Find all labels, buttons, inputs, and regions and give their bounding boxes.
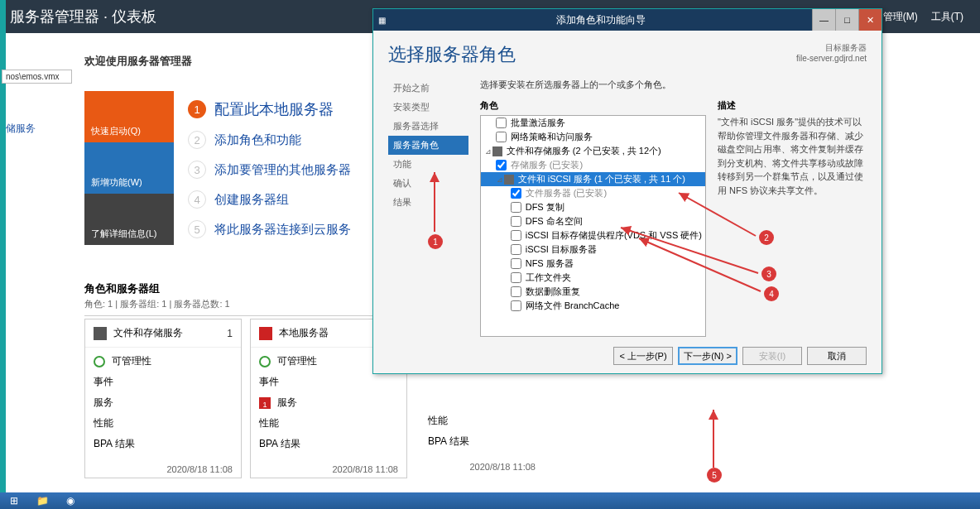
card1-r3: 服务 [94,396,113,410]
card2-r2: 事件 [259,375,279,389]
wizard-instruction: 选择要安装在所选服务器上的一个或多个角色。 [480,79,867,91]
tools-menu[interactable]: 工具(T) [931,10,963,24]
nav-type[interactable]: 安装类型 [388,98,468,117]
role-checkbox[interactable] [511,272,521,283]
dashboard-cards: 文件和存储服务1 可管理性 事件 服务 性能 BPA 结果 2020/8/18 … [84,319,407,478]
role-checkbox[interactable] [511,286,521,297]
explorer-icon[interactable]: 📁 [28,493,56,508]
role-checkbox[interactable] [511,230,521,241]
card1-r5: BPA 结果 [94,437,135,451]
role-checkbox[interactable] [496,118,507,128]
step4-num: 4 [188,190,206,209]
role-checkbox[interactable] [511,244,521,255]
card2-r4: 性能 [259,416,279,430]
card-file-storage[interactable]: 文件和存储服务1 可管理性 事件 服务 性能 BPA 结果 2020/8/18 … [84,319,242,478]
role-label: DFS 命名空间 [526,215,583,228]
role-row[interactable]: 批量激活服务 [481,116,705,130]
start-button[interactable]: ⊞ [0,493,28,508]
role-checkbox[interactable] [496,132,507,142]
maximize-button[interactable]: □ [835,9,858,31]
role-row[interactable]: 网络策略和访问服务 [481,130,705,144]
step5-num: 5 [188,220,206,238]
role-label: 工作文件夹 [526,271,571,284]
role-row[interactable]: 工作文件夹 [481,271,705,285]
card1-r1: 可管理性 [112,354,151,368]
wizard-titlebar[interactable]: ▦ 添加角色和功能向导 — □ ✕ [373,9,882,31]
taskbar[interactable]: ⊞ 📁 ◉ [0,492,980,509]
manage-menu[interactable]: 管理(M) [883,10,918,24]
role-label: 文件服务器 (已安装) [526,187,607,199]
close-button[interactable]: ✕ [858,9,882,31]
role-row[interactable]: DFS 命名空间 [481,214,705,228]
step1-num: 1 [188,100,206,118]
role-checkbox[interactable] [511,216,521,227]
role-label: 文件和 iSCSI 服务 (1 个已安装 , 共 11 个) [518,173,685,185]
role-checkbox[interactable] [496,160,507,170]
step3-label[interactable]: 添加要管理的其他服务器 [214,162,351,178]
nav-roles[interactable]: 服务器角色 [388,136,468,155]
role-checkbox[interactable] [511,202,521,213]
role-row[interactable]: ⊿文件和存储服务 (2 个已安装 , 共 12个) [481,144,705,158]
extra-date: 2020/8/18 11:08 [420,457,544,475]
whats-new-bar[interactable]: 新增功能(W) [84,142,174,194]
annotation-5: 5 [707,468,722,483]
role-label: iSCSI 目标存储提供程序(VDS 和 VSS 硬件) [526,229,702,242]
role-row[interactable]: DFS 复制 [481,200,705,214]
nav-confirm[interactable]: 确认 [388,174,468,193]
nav-select[interactable]: 服务器选择 [388,117,468,136]
wizard-nav: 开始之前 安装类型 服务器选择 服务器角色 功能 确认 结果 [388,79,468,337]
alert-icon: 1 [259,397,271,409]
role-label: 批量激活服务 [511,117,565,129]
chrome-icon[interactable]: ◉ [56,493,84,508]
prev-button[interactable]: < 上一步(P) [613,347,673,365]
role-row[interactable]: 数据删除重复 [481,285,705,299]
install-button[interactable]: 安装(I) [742,347,802,365]
nav-before[interactable]: 开始之前 [388,79,468,98]
role-row[interactable]: iSCSI 目标服务器 [481,242,705,257]
step1-label[interactable]: 配置此本地服务器 [214,99,334,119]
role-label: 文件和存储服务 (2 个已安装 , 共 12个) [507,145,661,157]
extra-r2: BPA 结果 [428,435,469,449]
wizard-icon: ▦ [373,16,390,25]
left-link[interactable]: 储服务 [6,122,36,136]
role-row[interactable]: 存储服务 (已安装) [481,158,705,172]
role-row[interactable]: 文件服务器 (已安装) [481,186,705,200]
role-checkbox[interactable] [511,258,521,269]
role-checkbox[interactable] [511,188,521,199]
roles-listbox[interactable]: 批量激活服务网络策略和访问服务⊿文件和存储服务 (2 个已安装 , 共 12个)… [480,115,706,337]
minimize-button[interactable]: — [812,9,835,31]
wizard-heading: 选择服务器角色 [388,42,516,67]
target-server: file-server.gdjrd.net [796,54,867,63]
nav-result[interactable]: 结果 [388,193,468,212]
annotation-1: 1 [428,234,443,249]
step2-label[interactable]: 添加角色和功能 [214,132,301,148]
storage-icon [94,327,107,340]
role-row[interactable]: iSCSI 目标存储提供程序(VDS 和 VSS 硬件) [481,228,705,242]
card2-date: 2020/8/18 11:08 [251,459,406,478]
learn-more-bar[interactable]: 了解详细信息(L) [84,194,174,245]
stray-tab[interactable]: nos\emos.vmx [2,70,72,84]
step5-label[interactable]: 将此服务器连接到云服务 [214,222,351,238]
desc-text: "文件和 iSCSI 服务"提供的技术可以帮助你管理文件服务器和存储、减少磁盘空… [718,115,867,197]
nav-features[interactable]: 功能 [388,155,468,174]
card1-count: 1 [227,328,233,339]
quick-start-bar[interactable]: 快速启动(Q) [84,91,174,142]
server-icon [259,327,272,340]
role-label: iSCSI 目标服务器 [526,243,597,256]
card-extra: 性能 BPA 结果 2020/8/18 11:08 [420,404,544,475]
cancel-button[interactable]: 取消 [807,347,867,365]
role-label: NFS 服务器 [526,257,574,270]
role-label: 网络策略和访问服务 [511,131,593,143]
wizard-title: 添加角色和功能向导 [390,13,812,27]
role-row[interactable]: ⊿文件和 iSCSI 服务 (1 个已安装 , 共 11 个) [481,172,705,186]
role-row[interactable]: 网络文件 BranchCache [481,299,705,313]
card2-r5: BPA 结果 [259,437,300,451]
step2-num: 2 [188,131,206,149]
ok-icon [94,356,105,367]
next-button[interactable]: 下一步(N) > [678,347,737,365]
role-row[interactable]: NFS 服务器 [481,257,705,271]
card2-r1: 可管理性 [277,354,317,368]
step4-label[interactable]: 创建服务器组 [214,192,289,208]
watermark: blog.csdn.net/weixin-42523159 [846,481,972,491]
role-checkbox[interactable] [511,300,521,311]
